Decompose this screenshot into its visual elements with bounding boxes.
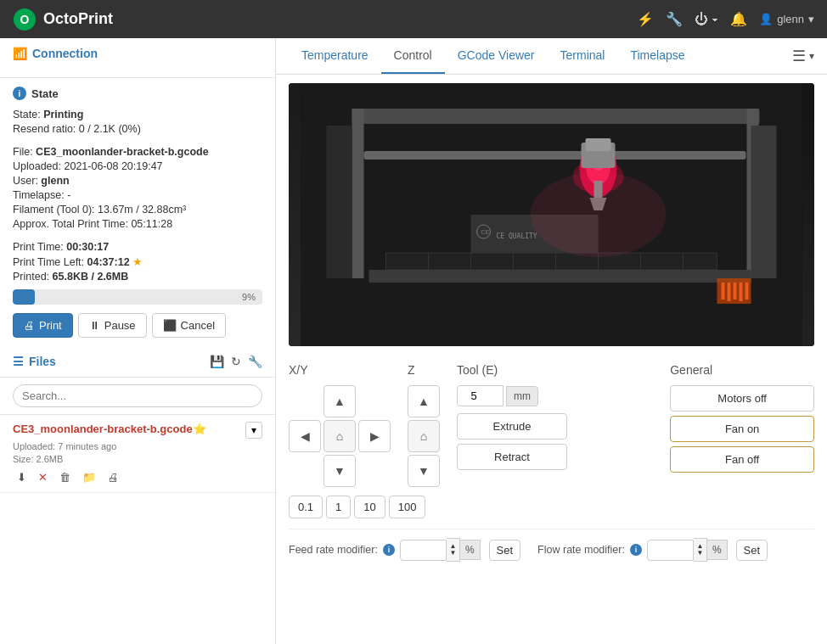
printed-value: 65.8KB / 2.6MB	[53, 271, 129, 283]
xy-left-button[interactable]: ◀	[289, 420, 321, 452]
xy-down-button[interactable]: ▼	[323, 455, 356, 487]
files-icons: 💾 ↻ 🔧	[210, 355, 262, 368]
print-button[interactable]: 🖨 Print	[13, 313, 73, 338]
file-name: CE3_moonlander-bracket-b.gcode	[13, 423, 193, 435]
tabs-header: Temperature Control GCode Viewer Termina…	[276, 38, 827, 75]
settings-icon[interactable]: 🔧	[248, 355, 262, 368]
octoprint-logo-icon: O	[13, 8, 37, 31]
files-title[interactable]: ☰ Files	[13, 355, 203, 368]
svg-rect-36	[734, 283, 737, 300]
approx-value: 05:11:28	[131, 218, 172, 230]
pause-label: Pause	[104, 319, 136, 332]
xy-home-button[interactable]: ⌂	[323, 420, 356, 452]
file-row: File: CE3_moonlander-bracket-b.gcode	[13, 146, 262, 158]
tab-timelapse[interactable]: Timelapse	[617, 38, 697, 74]
svg-rect-5	[352, 109, 364, 278]
lightning-icon[interactable]: ⚡	[637, 11, 654, 27]
svg-rect-31	[327, 126, 352, 278]
bell-icon[interactable]: 🔔	[730, 11, 747, 27]
xy-right-button[interactable]: ▶	[358, 420, 391, 452]
tab-terminal[interactable]: Terminal	[548, 38, 618, 74]
z-up-button[interactable]: ▲	[408, 385, 440, 417]
step-1-button[interactable]: 1	[326, 496, 351, 518]
search-input[interactable]	[13, 384, 262, 407]
rate-modifiers: Feed rate modifier: i ▲ ▼ % Set	[289, 529, 814, 562]
step-01-button[interactable]: 0.1	[289, 496, 323, 518]
approx-row: Approx. Total Print Time: 05:11:28	[13, 218, 262, 230]
svg-rect-38	[745, 283, 749, 300]
feed-rate-stepper[interactable]: ▲ ▼	[447, 538, 460, 562]
info-icon: i	[13, 87, 26, 100]
file-item-top: CE3_moonlander-bracket-b.gcode⭐ ▾	[13, 422, 262, 439]
svg-rect-37	[740, 283, 743, 301]
files-header: ☰ Files 💾 ↻ 🔧	[0, 346, 275, 378]
brand-logo[interactable]: O OctoPrint	[13, 8, 113, 31]
controls-area: X/Y ▲ ◀ ⌂ ▶ ▼	[276, 355, 827, 570]
tab-temperature[interactable]: Temperature	[289, 38, 381, 74]
refresh-icon[interactable]: ↻	[231, 355, 241, 368]
file-item: CE3_moonlander-bracket-b.gcode⭐ ▾ Upload…	[0, 415, 275, 493]
file-print-button[interactable]: 🖨	[104, 469, 123, 485]
file-dropdown-button[interactable]: ▾	[245, 422, 262, 439]
printed-label: Printed:	[13, 271, 49, 283]
extrude-button[interactable]: Extrude	[457, 413, 567, 440]
stepper-down-icon: ▼	[449, 550, 456, 557]
uploaded-label: Uploaded:	[13, 160, 61, 172]
tab-gcode[interactable]: GCode Viewer	[445, 38, 548, 74]
flow-rate-set-button[interactable]: Set	[736, 540, 768, 561]
file-download-button[interactable]: ⬇	[13, 469, 31, 485]
cancel-icon: ⬛	[163, 319, 177, 332]
file-delete-button[interactable]: ✕	[34, 469, 52, 485]
file-move-button[interactable]: 🗑	[55, 469, 75, 485]
feed-rate-input[interactable]	[400, 540, 447, 561]
action-buttons: 🖨 Print ⏸ Pause ⬛ Cancel	[13, 313, 262, 338]
flow-rate-stepper[interactable]: ▲ ▼	[694, 538, 707, 562]
z-home-button[interactable]: ⌂	[408, 420, 440, 452]
fan-on-button[interactable]: Fan on	[670, 416, 814, 442]
filament-label: Filament (Tool 0):	[13, 204, 95, 216]
fan-off-button[interactable]: Fan off	[670, 446, 814, 473]
file-value: CE3_moonlander-bracket-b.gcode	[36, 146, 209, 158]
tabs-overflow-menu[interactable]: ☰ ▾	[792, 47, 814, 65]
time-left-row: Print Time Left: 04:37:12 ★	[13, 255, 262, 268]
timelapse-row: Timelapse: -	[13, 189, 262, 201]
motors-off-button[interactable]: Motors off	[670, 385, 814, 412]
power-icon[interactable]: ⏻ ▾	[695, 12, 718, 27]
tool-mm-input[interactable]	[457, 385, 504, 406]
user-icon: 👤	[759, 13, 773, 25]
resend-label: Resend ratio:	[13, 123, 76, 135]
feed-rate-set-button[interactable]: Set	[489, 540, 521, 561]
timelapse-label: Timelapse:	[13, 189, 65, 201]
state-label: State:	[13, 109, 41, 120]
storage-icon[interactable]: 💾	[210, 355, 224, 368]
connection-header[interactable]: 📶 Connection	[13, 47, 262, 60]
svg-rect-15	[586, 138, 611, 151]
tool-mm-row: mm	[457, 385, 653, 406]
cancel-button[interactable]: ⬛ Cancel	[152, 313, 226, 338]
step-100-button[interactable]: 100	[389, 496, 426, 518]
user-menu[interactable]: 👤 glenn ▾	[759, 13, 814, 25]
feed-rate-info-icon[interactable]: i	[383, 544, 395, 556]
flow-rate-input[interactable]	[647, 540, 694, 561]
svg-rect-35	[728, 283, 731, 301]
dropdown-arrow-icon: ▾	[809, 50, 814, 62]
svg-rect-32	[369, 270, 751, 283]
step-10-button[interactable]: 10	[354, 496, 385, 518]
file-folder-button[interactable]: 📁	[78, 469, 100, 485]
tab-control[interactable]: Control	[381, 38, 445, 74]
feed-rate-modifier: Feed rate modifier: i ▲ ▼ % Set	[289, 538, 520, 562]
user-label: User:	[13, 175, 38, 187]
tool-header: Tool (E)	[457, 363, 653, 377]
svg-point-29	[531, 172, 667, 257]
flow-rate-input-group: ▲ ▼ %	[647, 538, 728, 562]
z-down-button[interactable]: ▼	[408, 455, 440, 487]
flow-rate-info-icon[interactable]: i	[630, 544, 642, 556]
wrench-icon[interactable]: 🔧	[666, 11, 683, 27]
svg-text:CE QUALITY: CE QUALITY	[497, 232, 537, 240]
svg-rect-16	[386, 253, 717, 270]
xy-up-button[interactable]: ▲	[323, 385, 356, 417]
file-meta-uploaded: Uploaded: 7 minutes ago	[13, 441, 262, 451]
pause-button[interactable]: ⏸ Pause	[78, 313, 147, 338]
general-header: General	[670, 363, 814, 377]
retract-button[interactable]: Retract	[457, 444, 567, 470]
